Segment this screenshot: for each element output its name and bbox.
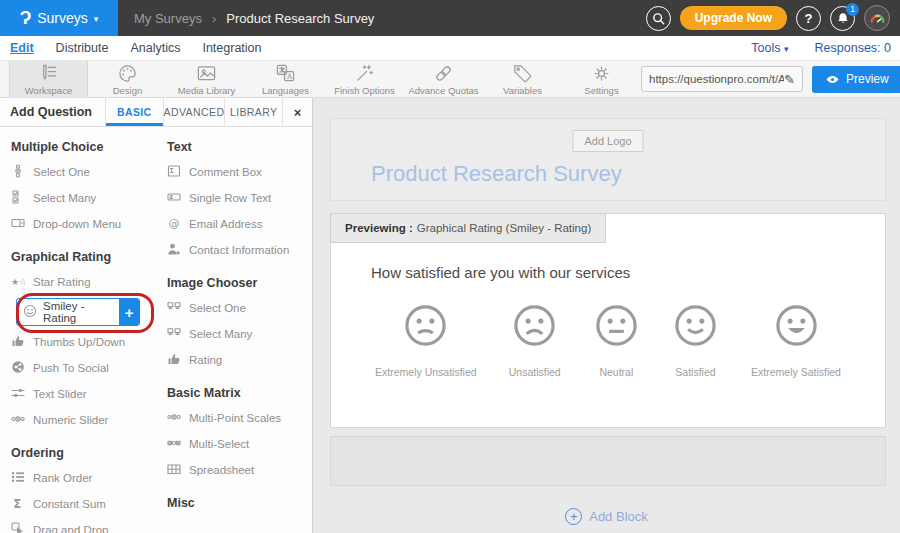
account-avatar[interactable] (864, 5, 890, 31)
question-type-select-many[interactable]: Select Many (0, 185, 156, 211)
toolbar-item-workspace[interactable]: Workspace (9, 61, 88, 98)
edit-url-icon[interactable]: ✎ (784, 72, 795, 87)
toolbar-item-design[interactable]: Design (88, 61, 167, 98)
plus-circle-icon: + (565, 508, 582, 525)
question-type-push-to-social[interactable]: Push To Social (0, 355, 156, 381)
question-type-label: Single Row Text (189, 192, 271, 204)
smiley-option-neutral[interactable]: Neutral (593, 302, 640, 378)
tools-label: Tools (751, 41, 780, 55)
question-type-rank-order[interactable]: Rank Order (0, 465, 156, 491)
question-type-text-slider[interactable]: Text Slider (0, 381, 156, 407)
toolbar-item-media-library[interactable]: Media Library (167, 61, 246, 98)
nav-tab-integration[interactable]: Integration (202, 41, 261, 55)
question-type-label: Select One (33, 166, 90, 178)
question-type-email-address[interactable]: @Email Address (156, 211, 312, 237)
search-button[interactable] (646, 6, 671, 31)
previewing-tab: Previewing : Graphical Rating (Smiley - … (330, 213, 606, 243)
smiley-option-unsatisfied[interactable]: Unsatisfied (509, 302, 561, 378)
section-misc: Misc (156, 496, 312, 510)
notifications-button[interactable]: 1 (830, 6, 855, 31)
question-type-label: Select Many (189, 328, 252, 340)
question-type-comment-box[interactable]: Comment Box (156, 159, 312, 185)
question-type-label: Drag and Drop (33, 524, 108, 533)
chevron-down-icon: ▾ (94, 14, 99, 24)
nav-tab-edit[interactable]: Edit (10, 41, 34, 55)
question-type-numeric-slider[interactable]: Numeric Slider (0, 407, 156, 433)
question-type-thumbs-up-down[interactable]: Thumbs Up/Down (0, 329, 156, 355)
question-type-contact-information[interactable]: Contact Information (156, 237, 312, 263)
product-switcher[interactable]: Ɂ Surveys ▾ (0, 0, 118, 36)
smiley-smile-big-icon (773, 302, 820, 353)
toolbar-item-settings[interactable]: Settings (562, 61, 641, 98)
smiley-option-extremely-satisfied[interactable]: Extremely Satisfied (751, 302, 841, 378)
question-type-select-one[interactable]: Select One (156, 295, 312, 321)
question-type-rating[interactable]: Rating (156, 347, 312, 373)
selected-question-type-box[interactable]: Smiley - Rating+ (16, 298, 140, 326)
nav-tab-analytics[interactable]: Analytics (130, 41, 180, 55)
question-type-label: Rank Order (33, 472, 92, 484)
search-icon (651, 11, 666, 26)
questionpro-logo-icon: Ɂ (20, 8, 32, 29)
question-type-drag-and-drop[interactable]: Drag and Drop (0, 517, 156, 533)
section-title: Ordering (11, 446, 156, 460)
smiley-option-label: Satisfied (675, 366, 715, 378)
languages-icon: A (275, 63, 296, 84)
question-type-single-row-text[interactable]: Single Row Text (156, 185, 312, 211)
preview-button[interactable]: Preview (812, 66, 900, 93)
screens-icon (167, 326, 181, 342)
smiley-option-satisfied[interactable]: Satisfied (672, 302, 719, 378)
add-block-button[interactable]: + Add Block (313, 508, 900, 525)
smiley-icon (23, 304, 37, 320)
drag-icon (11, 522, 25, 533)
advance-quotas-icon (433, 63, 454, 84)
question-type-column-1: Multiple ChoiceSelect OneSelect ManyDrop… (0, 127, 156, 533)
question-type-column-2: TextComment BoxSingle Row Text@Email Add… (156, 127, 312, 533)
svg-text:Σ: Σ (13, 497, 21, 511)
gauge-logo-icon (868, 9, 887, 28)
survey-url-input[interactable] (649, 73, 784, 85)
finish-options-icon (354, 63, 375, 84)
panel-tab-basic[interactable]: BASIC (106, 98, 164, 126)
toolbar-item-advance-quotas[interactable]: Advance Quotas (404, 61, 483, 98)
add-logo-button[interactable]: Add Logo (572, 130, 643, 152)
question-type-smiley-rating[interactable]: Smiley - Rating+ (0, 297, 156, 327)
add-question-button[interactable]: + (119, 299, 139, 325)
question-type-star-rating[interactable]: ★☆Star Rating (0, 269, 156, 295)
survey-nav: EditDistributeAnalyticsIntegration Tools… (0, 36, 900, 61)
media-library-icon (196, 63, 217, 84)
help-button[interactable]: ? (796, 6, 821, 31)
question-mark-icon: ? (805, 11, 813, 26)
tools-menu[interactable]: Tools ▾ (751, 41, 788, 55)
survey-footer-block[interactable] (330, 436, 886, 486)
smiley-option-label: Neutral (599, 366, 633, 378)
close-icon: × (294, 105, 302, 120)
survey-url-box: ✎ (641, 66, 803, 92)
sigma-icon: Σ (11, 496, 25, 512)
person-icon (167, 242, 181, 258)
toolbar-item-variables[interactable]: Variables (483, 61, 562, 98)
panel-tab-library[interactable]: LIBRARY (225, 98, 283, 126)
question-type-constant-sum[interactable]: ΣConstant Sum (0, 491, 156, 517)
survey-header-block[interactable]: Add Logo Product Research Survey (330, 118, 886, 201)
question-type-select-many[interactable]: Select Many (156, 321, 312, 347)
toolbar-item-languages[interactable]: ALanguages (246, 61, 325, 98)
upgrade-now-button[interactable]: Upgrade Now (680, 6, 787, 30)
question-text[interactable]: How satisfied are you with our services (371, 264, 630, 281)
breadcrumb-my-surveys[interactable]: My Surveys (134, 11, 202, 26)
nav-tab-distribute[interactable]: Distribute (56, 41, 109, 55)
question-type-multi-select[interactable]: Multi-Select (156, 431, 312, 457)
panel-tab-advanced[interactable]: ADVANCED (164, 98, 226, 126)
survey-title[interactable]: Product Research Survey (371, 161, 622, 187)
dropdown-icon (11, 216, 25, 232)
toolbar-item-finish-options[interactable]: Finish Options (325, 61, 404, 98)
close-panel-button[interactable]: × (283, 98, 312, 126)
smiley-option-extremely-unsatisfied[interactable]: Extremely Unsatisfied (375, 302, 477, 378)
survey-nav-right: Tools ▾ Responses: 0 (751, 41, 891, 55)
settings-icon (591, 63, 612, 84)
question-type-drop-down-menu[interactable]: Drop-down Menu (0, 211, 156, 237)
question-type-label: Rating (189, 354, 222, 366)
question-type-multi-point-scales[interactable]: Multi-Point Scales (156, 405, 312, 431)
smiley-smile-icon (672, 302, 719, 353)
question-type-select-one[interactable]: Select One (0, 159, 156, 185)
question-type-spreadsheet[interactable]: Spreadsheet (156, 457, 312, 483)
